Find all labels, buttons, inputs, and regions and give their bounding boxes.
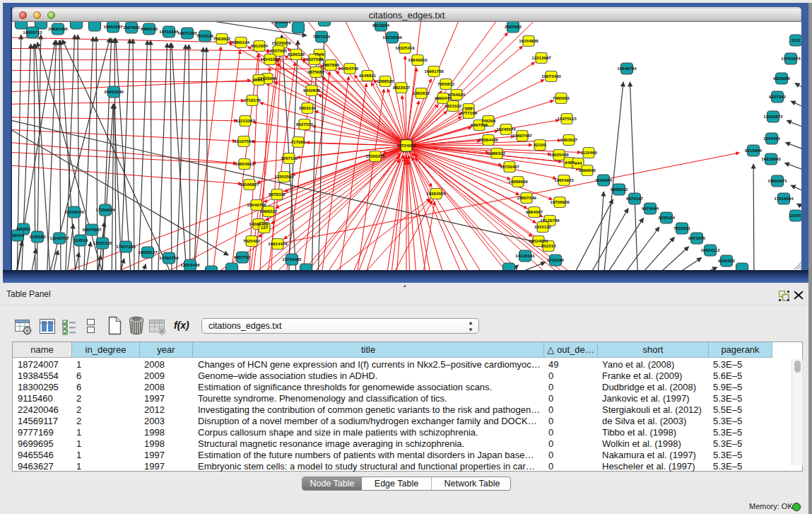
svg-text:10688609: 10688609 bbox=[508, 179, 528, 184]
svg-text:20053346: 20053346 bbox=[104, 89, 124, 94]
svg-text:18807249: 18807249 bbox=[517, 195, 536, 200]
svg-text:8938913: 8938913 bbox=[611, 187, 628, 192]
svg-text:16210643: 16210643 bbox=[761, 156, 781, 161]
svg-text:9242845: 9242845 bbox=[303, 88, 321, 93]
svg-text:19654913: 19654913 bbox=[235, 161, 254, 166]
svg-text:16033809: 16033809 bbox=[271, 22, 291, 24]
svg-text:19958127: 19958127 bbox=[138, 250, 158, 255]
svg-text:8186328: 8186328 bbox=[288, 52, 305, 57]
svg-text:1135682: 1135682 bbox=[29, 234, 46, 239]
svg-text:1588520: 1588520 bbox=[377, 78, 394, 83]
svg-text:8454749: 8454749 bbox=[341, 66, 359, 71]
svg-text:2803144: 2803144 bbox=[299, 105, 317, 110]
svg-text:14136141: 14136141 bbox=[515, 253, 535, 258]
svg-text:1621022: 1621022 bbox=[445, 103, 462, 108]
svg-text:9777169: 9777169 bbox=[460, 110, 478, 115]
svg-text:9657791: 9657791 bbox=[234, 255, 252, 259]
svg-text:2935114: 2935114 bbox=[658, 215, 675, 220]
svg-text:6466160: 6466160 bbox=[141, 26, 158, 31]
svg-text:9699695: 9699695 bbox=[579, 168, 596, 173]
svg-text:10973493: 10973493 bbox=[541, 74, 561, 78]
svg-text:9463627: 9463627 bbox=[560, 137, 578, 142]
svg-text:6497508: 6497508 bbox=[471, 122, 488, 127]
svg-text:9245652: 9245652 bbox=[718, 258, 736, 263]
svg-text:8860124: 8860124 bbox=[233, 40, 250, 45]
svg-text:17016504: 17016504 bbox=[774, 196, 794, 201]
svg-text:9115460: 9115460 bbox=[580, 150, 597, 155]
svg-text:1244415: 1244415 bbox=[763, 136, 781, 141]
svg-text:19218506: 19218506 bbox=[382, 35, 402, 40]
svg-text:16154838: 16154838 bbox=[519, 38, 539, 43]
svg-text:435061: 435061 bbox=[16, 226, 31, 231]
svg-text:3267110: 3267110 bbox=[281, 156, 298, 160]
svg-text:9329966: 9329966 bbox=[773, 76, 791, 81]
svg-text:8822037: 8822037 bbox=[393, 85, 411, 90]
svg-text:8912954: 8912954 bbox=[251, 43, 269, 48]
svg-text:8678332: 8678332 bbox=[269, 192, 286, 197]
svg-text:8215956: 8215956 bbox=[745, 148, 763, 153]
svg-text:18640910: 18640910 bbox=[408, 57, 428, 62]
svg-text:15716485: 15716485 bbox=[282, 257, 302, 262]
svg-text:16120746: 16120746 bbox=[540, 218, 560, 223]
svg-text:9794024: 9794024 bbox=[448, 92, 466, 97]
svg-text:12093872: 12093872 bbox=[763, 114, 783, 119]
svg-text:20364436: 20364436 bbox=[478, 137, 498, 142]
svg-text:16671355: 16671355 bbox=[177, 30, 197, 35]
svg-text:127: 127 bbox=[261, 225, 269, 230]
svg-text:12923448: 12923448 bbox=[180, 262, 200, 267]
svg-text:15692971: 15692971 bbox=[767, 178, 787, 183]
svg-text:19166827: 19166827 bbox=[240, 182, 259, 187]
svg-text:62100: 62100 bbox=[534, 142, 546, 147]
svg-text:7955812: 7955812 bbox=[437, 81, 455, 86]
svg-text:12942757: 12942757 bbox=[49, 235, 69, 240]
svg-text:2986322: 2986322 bbox=[488, 151, 506, 156]
svg-text:116753: 116753 bbox=[789, 213, 801, 218]
svg-text:7632621: 7632621 bbox=[673, 226, 691, 230]
svg-text:9484: 9484 bbox=[565, 160, 575, 165]
svg-text:19524851: 19524851 bbox=[529, 238, 548, 243]
svg-text:2687682: 2687682 bbox=[505, 24, 522, 29]
svg-text:17359924: 17359924 bbox=[95, 207, 115, 212]
svg-text:8427552: 8427552 bbox=[296, 122, 314, 127]
svg-text:98961: 98961 bbox=[252, 77, 265, 82]
svg-text:7515526: 7515526 bbox=[196, 33, 214, 38]
svg-text:6679197: 6679197 bbox=[626, 196, 644, 201]
svg-text:1615132: 1615132 bbox=[534, 224, 552, 229]
svg-text:12975115: 12975115 bbox=[557, 116, 577, 121]
svg-text:12505135: 12505135 bbox=[93, 240, 112, 245]
svg-text:1640954: 1640954 bbox=[595, 177, 613, 182]
svg-text:9527508: 9527508 bbox=[306, 57, 324, 62]
svg-text:18325419: 18325419 bbox=[395, 45, 415, 50]
svg-text:7357224: 7357224 bbox=[313, 34, 331, 39]
svg-text:39975867: 39975867 bbox=[82, 227, 102, 232]
svg-text:17957223: 17957223 bbox=[116, 244, 136, 249]
svg-text:1733426: 1733426 bbox=[547, 257, 565, 262]
svg-text:15720407: 15720407 bbox=[500, 164, 519, 169]
svg-text:18724007: 18724007 bbox=[396, 143, 416, 148]
svg-text:10046788: 10046788 bbox=[247, 202, 266, 207]
svg-text:1362615: 1362615 bbox=[413, 90, 430, 95]
svg-text:9498222: 9498222 bbox=[260, 209, 278, 214]
svg-text:10719155: 10719155 bbox=[159, 29, 179, 34]
svg-text:16543382: 16543382 bbox=[260, 57, 280, 62]
svg-text:9527505: 9527505 bbox=[270, 48, 288, 53]
svg-text:15226058: 15226058 bbox=[271, 40, 291, 45]
svg-text:15300275: 15300275 bbox=[365, 153, 385, 158]
svg-text:7546: 7546 bbox=[314, 52, 324, 57]
svg-text:10654112: 10654112 bbox=[700, 247, 720, 252]
svg-text:717006: 717006 bbox=[291, 139, 306, 144]
svg-text:15751074: 15751074 bbox=[781, 56, 801, 61]
svg-text:12353584: 12353584 bbox=[274, 174, 294, 179]
svg-text:16782759: 16782759 bbox=[159, 255, 179, 260]
svg-text:1112: 1112 bbox=[791, 37, 801, 42]
svg-text:14055712: 14055712 bbox=[23, 30, 42, 35]
svg-text:10107554: 10107554 bbox=[234, 139, 254, 144]
svg-text:8813054: 8813054 bbox=[372, 23, 390, 28]
svg-text:9227342: 9227342 bbox=[769, 94, 787, 99]
svg-text:1527602: 1527602 bbox=[123, 25, 141, 30]
svg-text:20691406: 20691406 bbox=[48, 26, 68, 31]
svg-text:114519: 114519 bbox=[73, 238, 88, 243]
svg-text:10025438: 10025438 bbox=[549, 152, 569, 157]
svg-text:16648784: 16648784 bbox=[617, 66, 637, 71]
svg-text:252214: 252214 bbox=[541, 243, 556, 248]
